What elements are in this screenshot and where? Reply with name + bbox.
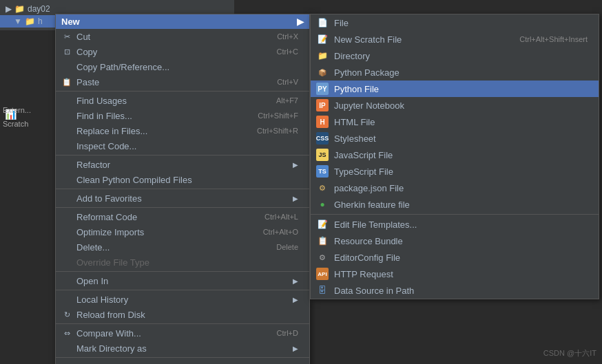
menu-item-reload[interactable]: ↻ Reload from Disk [56, 307, 309, 322]
submenu-item-file[interactable]: 📄 File [311, 14, 599, 31]
menu-item-clean-compiled[interactable]: Clean Python Compiled Files [56, 172, 309, 187]
menu-item-copy[interactable]: ⊡ Copy Ctrl+C [56, 44, 309, 59]
menu-item-cut[interactable]: ✂ Cut Ctrl+X [56, 29, 309, 44]
gherkin-icon: ● [316, 198, 329, 211]
scratch-icon: 📝 [316, 33, 329, 45]
diagrams-icon [61, 361, 72, 364]
submenu-item-python-file[interactable]: PY Python File [311, 81, 599, 97]
submenu-item-scratch[interactable]: 📝 New Scratch File Ctrl+Alt+Shift+Insert [311, 31, 599, 47]
submenu-resource-bundle-label: Resource Bundle [334, 236, 588, 246]
folder-icon: 📁 [14, 4, 25, 14]
menu-item-delete-label: Delete... [76, 242, 258, 253]
scratch-files-label: Scratch [3, 120, 28, 128]
file-icon: 📄 [316, 17, 329, 29]
menu-item-delete[interactable]: Delete... Delete [56, 239, 309, 255]
compare-icon: ⇔ [61, 328, 72, 339]
submenu-item-directory[interactable]: 📁 Directory [311, 47, 599, 64]
open-in-arrow-icon: ▶ [293, 277, 298, 285]
menu-item-compare[interactable]: ⇔ Compare With... Ctrl+D [56, 325, 309, 341]
watermark: CSDN @十六IT [543, 348, 596, 358]
folder-icon: 📁 [25, 17, 35, 26]
submenu-item-gherkin[interactable]: ● Gherkin feature file [311, 196, 599, 213]
menu-item-clean-compiled-label: Clean Python Compiled Files [76, 175, 298, 185]
jupyter-icon: IP [316, 99, 329, 111]
menu-item-reformat[interactable]: Reformat Code Ctrl+Alt+L [56, 209, 309, 224]
python-file-icon: PY [316, 83, 329, 95]
menu-item-compare-label: Compare With... [76, 328, 259, 339]
menu-item-reformat-label: Reformat Code [76, 212, 247, 222]
submenu-item-editorconfig[interactable]: ⚙ EditorConfig File [311, 249, 599, 266]
submenu-package-json-label: package.json File [334, 183, 588, 193]
menu-item-replace-shortcut: Ctrl+Shift+R [243, 127, 298, 135]
menu-item-copy-path-label: Copy Path/Reference... [76, 62, 298, 72]
external-libraries-item[interactable]: Extern... [0, 103, 54, 117]
open-in-icon [61, 275, 72, 286]
editorconfig-icon: ⚙ [316, 251, 329, 264]
submenu-js-label: JavaScript File [334, 150, 588, 160]
menu-item-optimize-imports[interactable]: Optimize Imports Ctrl+Alt+O [56, 224, 309, 239]
submenu-item-jupyter[interactable]: IP Jupyter Notebook [311, 97, 599, 114]
js-icon: JS [316, 149, 329, 161]
submenu-python-file-label: Python File [334, 84, 588, 94]
menu-header-arrow: ▶ [297, 17, 304, 27]
menu-item-paste[interactable]: 📋 Paste Ctrl+V [56, 74, 309, 89]
menu-item-paste-shortcut: Ctrl+V [263, 78, 298, 86]
submenu-http-label: HTTP Request [334, 269, 588, 279]
submenu-edit-templates-label: Edit File Templates... [334, 220, 588, 230]
submenu-item-http[interactable]: API HTTP Request [311, 266, 599, 282]
submenu-item-data-source[interactable]: 🗄 Data Source in Path [311, 282, 599, 299]
submenu-directory-label: Directory [334, 51, 588, 61]
menu-item-inspect-code[interactable]: Inspect Code... [56, 138, 309, 153]
menu-header-label: New [61, 17, 80, 27]
menu-item-find-usages[interactable]: Find Usages Alt+F7 [56, 93, 309, 108]
menu-item-refactor[interactable]: Refactor ▶ [56, 157, 309, 172]
refactor-icon [61, 159, 72, 170]
separator-4 [56, 207, 309, 208]
menu-item-diagrams[interactable]: Diagrams ▶ [56, 359, 309, 364]
menu-item-delete-shortcut: Delete [262, 243, 298, 251]
menu-item-mark-directory[interactable]: Mark Directory as ▶ [56, 341, 309, 356]
separator-5 [56, 271, 309, 272]
submenu-separator-1 [311, 214, 599, 215]
history-icon [61, 294, 72, 305]
separator-3 [56, 189, 309, 189]
submenu-item-html[interactable]: H HTML File [311, 114, 599, 130]
menu-item-add-favorites[interactable]: Add to Favorites ▶ [56, 191, 309, 206]
data-source-icon: 🗄 [316, 284, 329, 297]
submenu-item-js[interactable]: JS JavaScript File [311, 147, 599, 163]
resource-bundle-icon: 📋 [316, 235, 329, 247]
html-icon: H [316, 116, 329, 128]
menu-item-find-in-files-shortcut: Ctrl+Shift+F [244, 111, 298, 120]
delete-icon [61, 242, 72, 253]
submenu-item-resource-bundle[interactable]: 📋 Resource Bundle [311, 233, 599, 249]
menu-item-open-in[interactable]: Open In ▶ [56, 273, 309, 288]
submenu-jupyter-label: Jupyter Notebook [334, 100, 588, 111]
submenu-item-python-package[interactable]: 📦 Python Package [311, 64, 599, 81]
submenu-item-edit-templates[interactable]: 📝 Edit File Templates... [311, 216, 599, 233]
inspect-icon [61, 140, 72, 151]
submenu-stylesheet-label: Stylesheet [334, 133, 588, 144]
menu-item-override-type[interactable]: Override File Type [56, 255, 309, 270]
cut-icon: ✂ [61, 31, 72, 42]
refactor-arrow-icon: ▶ [293, 161, 298, 169]
submenu-item-ts[interactable]: TS TypeScript File [311, 163, 599, 180]
menu-item-refactor-label: Refactor [76, 160, 286, 170]
favorites-arrow-icon: ▶ [293, 195, 298, 202]
menu-item-find-in-files-label: Find in Files... [76, 111, 240, 121]
menu-item-replace-in-files[interactable]: Replace in Files... Ctrl+Shift+R [56, 123, 309, 138]
menu-header-new[interactable]: New ▶ [56, 14, 309, 29]
menu-item-find-in-files[interactable]: Find in Files... Ctrl+Shift+F [56, 108, 309, 123]
separator-2 [56, 155, 309, 156]
submenu-editorconfig-label: EditorConfig File [334, 253, 588, 263]
menu-item-local-history[interactable]: Local History ▶ [56, 292, 309, 307]
menu-item-add-favorites-label: Add to Favorites [76, 193, 286, 204]
scratch-files-item[interactable]: Scratch [0, 117, 54, 131]
reformat-icon [61, 211, 72, 222]
tree-label: h [38, 17, 43, 26]
submenu-item-stylesheet[interactable]: CSS Stylesheet [311, 130, 599, 147]
menu-item-copy-path[interactable]: Copy Path/Reference... [56, 59, 309, 74]
submenu-item-package-json[interactable]: ⚙ package.json File [311, 180, 599, 196]
separator-1 [56, 91, 309, 92]
submenu-file-label: File [334, 18, 588, 28]
separator-7 [56, 323, 309, 324]
